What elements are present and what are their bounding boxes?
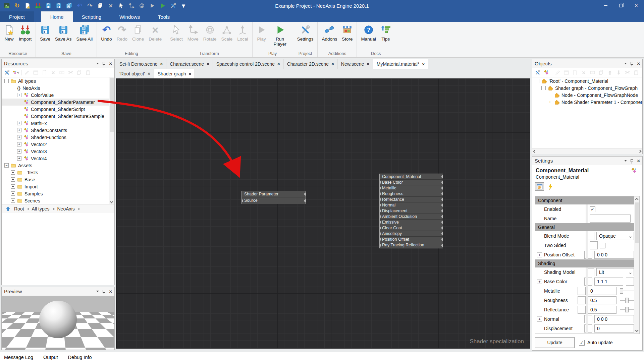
menu-tab-scripting[interactable]: Scripting [73,11,110,22]
expand-icon[interactable]: + [17,135,21,139]
document-tab[interactable]: Sci-fi Demo.scene× [116,59,166,69]
slider-thumb[interactable] [620,288,623,294]
expand-icon[interactable]: + [11,177,15,182]
close-button[interactable]: × [629,0,644,11]
close-tab-icon[interactable]: × [189,71,192,76]
input-pin-icon[interactable] [242,199,243,202]
node-pin-row[interactable]: Metallic [380,185,443,191]
quick-import-icon[interactable] [35,2,41,9]
document-tab[interactable]: MyMaterial.material*× [373,59,428,69]
close-tab-icon[interactable]: × [367,61,369,66]
tree-row[interactable]: +Vector3 [2,148,109,155]
tree-row[interactable]: +Base [2,176,109,183]
view-tab[interactable]: 'Root object'× [116,69,154,78]
tree-row[interactable]: −{}NeoAxis [2,84,109,92]
node-pin-row[interactable]: Ambient Occlusion [380,214,443,220]
output-pin-icon[interactable] [441,221,443,224]
minimize-button[interactable] [598,0,613,11]
text-field[interactable]: 0 0 0 [594,315,634,323]
tree-row[interactable]: −All types [2,77,109,84]
text-field[interactable]: 0 [594,324,634,333]
tree-row[interactable]: +Node Shader Parameter 1 - Component_Fl [532,99,642,106]
quick-save-all-icon[interactable] [66,2,72,9]
quick-play-dis-icon[interactable] [149,2,156,9]
expand-icon[interactable]: + [17,142,21,146]
quick-redo-dis-icon[interactable]: ↷ [87,2,93,9]
pin-icon[interactable] [631,62,633,65]
text-field[interactable]: 0.5 [588,306,616,314]
view-tab[interactable]: Shader graph× [154,69,195,78]
dropdown[interactable]: Opaque [596,232,634,240]
component-icon[interactable] [543,69,549,76]
node-pin-row[interactable]: Reflectance [380,197,443,202]
ribbon-button-save[interactable]: Save [38,23,53,43]
settings-icon[interactable] [534,69,541,76]
ribbon-button-new[interactable]: New [2,23,16,43]
tree-row[interactable]: −Shader graph - Component_FlowGraph [532,84,642,92]
up-level-icon[interactable] [5,206,11,212]
close-tab-icon[interactable]: × [422,62,425,67]
events-tab[interactable] [546,182,555,191]
tree-row[interactable]: +ColorValue [2,92,109,99]
quick-select-dis-icon[interactable] [118,2,124,9]
tree-row[interactable]: Node - Component_FlowGraphNode [532,92,642,99]
output-pin-icon[interactable] [304,199,306,202]
quick-clone-dis-icon[interactable] [97,2,104,9]
expand-icon[interactable]: + [537,252,542,257]
menu-tab-windows[interactable]: Windows [110,11,149,22]
expand-icon[interactable]: + [11,184,15,189]
pin-icon[interactable] [103,290,105,293]
ribbon-button-manual[interactable]: ?Manual [359,23,378,43]
ribbon-button-tips[interactable]: Tips [378,23,393,43]
input-pin-icon[interactable] [380,215,381,218]
shader-parameter-node[interactable]: Shader ParameterSource [241,191,306,204]
text-field[interactable]: 1 1 1 [594,278,623,286]
document-tab[interactable]: Character.scene× [166,59,213,69]
ribbon-button-save-as[interactable]: Save As [53,23,74,43]
output-pin-icon[interactable] [441,215,443,218]
expand-icon[interactable]: + [17,156,21,161]
expand-icon[interactable]: + [17,128,21,132]
settings-scrollbar[interactable] [634,196,639,334]
resources-scrollbar[interactable] [109,77,114,204]
reset-value-button[interactable] [578,296,586,304]
pin-icon[interactable] [103,62,105,65]
input-pin-icon[interactable] [380,221,381,224]
reset-value-button[interactable] [590,241,598,249]
expand-icon[interactable]: + [537,317,542,322]
collapse-icon[interactable]: − [4,163,9,168]
node-pin-row[interactable]: Emissive [380,220,443,225]
input-pin-icon[interactable] [380,187,381,190]
node-pin-row[interactable]: Normal [380,202,443,208]
ribbon-button-addons[interactable]: Addons [319,23,339,43]
input-pin-icon[interactable] [380,244,381,247]
document-tab[interactable]: Spaceship control 2D.scene× [213,59,284,69]
close-icon[interactable]: × [109,289,112,294]
tree-row[interactable]: +Scenes [2,197,109,204]
pin-icon[interactable] [631,159,633,162]
input-pin-icon[interactable] [380,204,381,207]
ribbon-button-undo[interactable]: ↶Undo [99,23,114,43]
output-pin-icon[interactable] [441,238,443,241]
node-pin-row[interactable]: Source [242,197,306,204]
node-pin-row[interactable]: Clear Coat [380,225,443,231]
input-pin-icon[interactable] [380,227,381,230]
breadcrumb-item[interactable]: Root [14,206,24,212]
menu-tab-tools[interactable]: Tools [149,11,179,22]
close-icon[interactable]: × [637,61,640,66]
node-title[interactable]: Component_Material [380,174,443,180]
collapse-icon[interactable]: − [541,86,546,90]
output-pin-icon[interactable] [441,175,443,178]
tree-row[interactable]: Component_ShaderParameter [2,99,109,106]
ribbon-button-import[interactable]: Import [16,23,34,43]
node-title[interactable]: Shader Parameter [242,191,306,197]
ribbon-button-save-all[interactable]: Save All [74,23,95,43]
output-pin-icon[interactable] [441,187,443,190]
quick-undo-icon[interactable]: ↶ [76,2,83,9]
scroll-right-icon[interactable] [638,149,642,153]
scroll-left-icon[interactable] [533,149,537,153]
tree-row[interactable]: +MathEx [2,120,109,127]
close-tab-icon[interactable]: × [160,61,163,66]
reset-value-button[interactable] [578,306,586,314]
input-pin-icon[interactable] [380,192,381,195]
